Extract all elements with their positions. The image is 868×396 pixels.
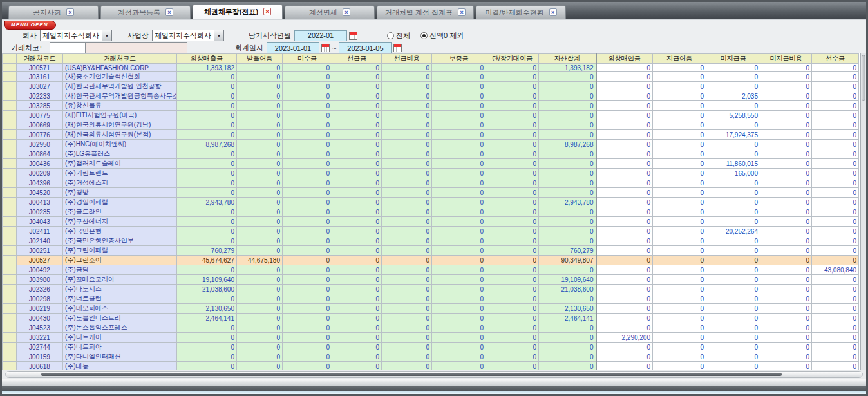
grid-cell[interactable]: 0 [382,159,432,169]
grid-cell[interactable]: 0 [283,198,332,207]
vendor-name-cell[interactable]: (주)다니엘인터패션 [63,352,177,362]
grid-cell[interactable]: 0 [332,159,382,169]
grid-cell[interactable]: 760,279 [539,246,596,256]
vendor-code-cell[interactable]: J00527 [17,256,63,265]
grid-cell[interactable]: 0 [177,120,237,130]
horizontal-scrollbar[interactable] [5,371,863,378]
grid-cell[interactable]: 2,130,650 [177,304,237,314]
grid-cell[interactable]: 0 [653,352,706,362]
grid-cell[interactable]: 19,109,640 [177,275,237,285]
row-selector[interactable] [3,362,17,370]
grid-cell[interactable]: 0 [432,82,486,91]
grid-cell[interactable]: 0 [539,352,596,362]
grid-cell[interactable]: 0 [653,227,706,236]
grid-cell[interactable]: 0 [760,265,812,275]
radio-all-label[interactable]: 전체 [396,31,410,41]
table-row[interactable]: J04043(주)구산에너지0000000000000 [3,217,859,227]
grid-cell[interactable]: 0 [237,72,283,82]
vendor-name-cell[interactable]: (주)그린어패럴 [63,246,177,256]
grid-cell[interactable]: 0 [760,178,812,188]
grid-cell[interactable]: 0 [706,207,760,217]
grid-cell[interactable]: 0 [812,111,859,120]
grid-cell[interactable]: 0 [812,314,859,323]
grid-cell[interactable]: 0 [706,64,760,72]
grid-cell[interactable]: 0 [177,207,237,217]
grid-cell[interactable]: 0 [382,362,432,370]
vendor-code-cell[interactable]: J00413 [17,198,63,207]
grid-cell[interactable]: 0 [486,275,539,285]
grid-cell[interactable]: 0 [432,217,486,227]
grid-cell[interactable]: 0 [706,265,760,275]
grid-cell[interactable]: 0 [596,111,653,120]
grid-cell[interactable]: 0 [237,217,283,227]
grid-cell[interactable]: 0 [706,236,760,246]
grid-cell[interactable]: 0 [706,294,760,304]
grid-cell[interactable]: 8,987,268 [539,140,596,149]
grid-cell[interactable]: 0 [539,72,596,82]
period-start-input[interactable] [294,30,347,41]
grid-cell[interactable]: 0 [283,265,332,275]
grid-cell[interactable]: 0 [283,188,332,198]
grid-cell[interactable]: 0 [596,343,653,352]
grid-cell[interactable]: 0 [237,323,283,333]
grid-cell[interactable]: 0 [237,82,283,91]
vendor-name-cell[interactable]: (주)갤러리드슬레이 [63,159,177,169]
grid-cell[interactable]: 0 [486,362,539,370]
vendor-name-cell[interactable]: (주)대농 [63,362,177,370]
grid-cell[interactable]: 0 [332,120,382,130]
vendor-code-cell[interactable]: J00209 [17,169,63,178]
row-selector[interactable] [3,246,17,256]
grid-cell[interactable]: 165,000 [706,169,760,178]
grid-cell[interactable]: 0 [539,111,596,120]
table-row[interactable]: J03161(사)중소기업기술혁신협회0000000000000 [3,72,859,82]
close-icon[interactable]: × [343,8,350,16]
grid-cell[interactable]: 0 [596,149,653,159]
radio-all[interactable] [387,32,394,39]
grid-cell[interactable]: 0 [812,130,859,140]
table-row[interactable]: J02411(주)국민은행000000000020,252,26400 [3,227,859,236]
grid-cell[interactable]: 0 [283,72,332,82]
grid-cell[interactable]: 45,674,627 [177,256,237,265]
vendor-name-cell[interactable]: (사)한국관세무역개발원 인천공항 [63,82,177,91]
vendor-code-cell[interactable]: J02140 [17,236,63,246]
grid-cell[interactable]: 0 [332,275,382,285]
grid-cell[interactable]: 0 [486,169,539,178]
vendor-name-cell[interactable]: (사)한국관세무역개발원공항특송사무소 [63,91,177,101]
grid-cell[interactable]: 0 [596,178,653,188]
grid-cell[interactable]: 0 [486,285,539,294]
grid-cell[interactable]: 0 [653,314,706,323]
grid-cell[interactable]: 0 [382,149,432,159]
table-row[interactable]: J02950(주)HNC(에이치앤씨)8,987,2680000008,987,… [3,140,859,149]
grid-cell[interactable]: 0 [706,149,760,159]
vendor-code-cell[interactable]: J00618 [17,362,63,370]
grid-cell[interactable]: 0 [432,314,486,323]
date-from-input[interactable] [267,42,319,53]
vendor-name-cell[interactable]: (주)니트피아 [63,343,177,352]
grid-cell[interactable]: 21,038,600 [539,285,596,294]
grid-cell[interactable]: 0 [760,362,812,370]
grid-cell[interactable]: 0 [382,304,432,314]
grid-cell[interactable]: 0 [596,362,653,370]
vendor-name-cell[interactable]: (재)FITI시험연구원(마곡) [63,111,177,120]
row-selector[interactable] [3,101,17,111]
grid-cell[interactable]: 0 [596,314,653,323]
grid-cell[interactable]: 0 [177,343,237,352]
table-row[interactable]: J00618(주)대농0000000000000 [3,362,859,370]
grid-cell[interactable]: 0 [596,265,653,275]
grid-cell[interactable]: 0 [237,246,283,256]
grid-cell[interactable]: 0 [432,362,486,370]
grid-cell[interactable]: 0 [486,333,539,343]
grid-cell[interactable]: 0 [812,304,859,314]
grid-cell[interactable]: 0 [283,64,332,72]
grid-cell[interactable]: 0 [812,72,859,82]
grid-cell[interactable]: 0 [432,352,486,362]
grid-cell[interactable]: 0 [653,333,706,343]
table-row[interactable]: J03980(주)꼬매요코리아19,109,64000000019,109,64… [3,275,859,285]
grid-cell[interactable]: 0 [382,265,432,275]
grid-cell[interactable]: 0 [382,198,432,207]
grid-cell[interactable]: 0 [237,140,283,149]
grid-cell[interactable]: 0 [283,333,332,343]
row-selector[interactable] [3,111,17,120]
grid-cell[interactable]: 0 [653,304,706,314]
grid-cell[interactable]: 0 [760,207,812,217]
